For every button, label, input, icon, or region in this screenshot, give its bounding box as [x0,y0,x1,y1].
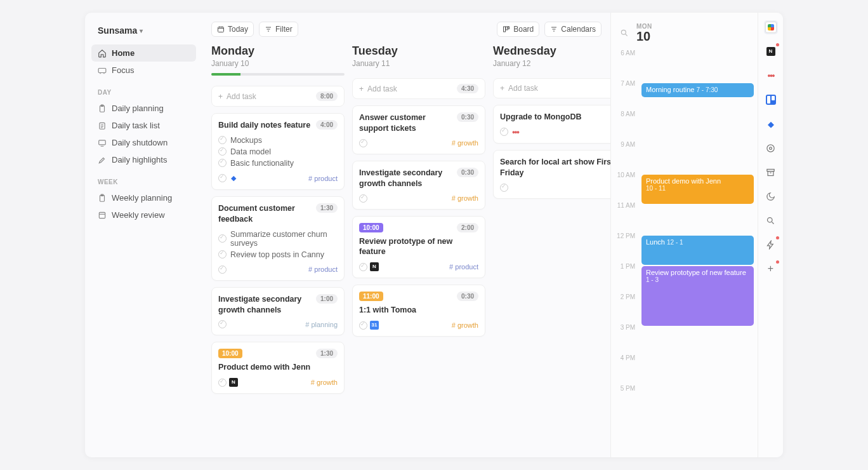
plus-rail-icon[interactable]: + [764,262,778,276]
integrations-rail: N●●●◆+ [758,13,783,457]
svg-rect-7 [99,212,105,218]
settings-rail-icon[interactable] [764,141,778,155]
channel-tag[interactable]: growth [452,139,478,147]
task-duration: 1:30 [316,203,338,213]
subtask[interactable]: Summarize customer churn surveys [218,229,338,249]
sidebar-section-title: DAY [91,79,196,100]
task-title: Product demo with Jenn [218,362,338,373]
sidebar-item[interactable]: Daily shutdown [91,134,196,151]
column-date: January 12 [493,59,610,68]
channel-tag[interactable]: product [308,175,338,182]
checkbox-icon[interactable] [218,234,227,243]
subtask[interactable]: Data model [218,146,338,158]
task-card[interactable]: 10:00 2:00 Review prototype of new featu… [352,216,485,279]
channel-tag[interactable]: planning [305,321,338,328]
calendar-event[interactable]: Product demo with Jenn10 - 11 [641,175,754,204]
notion-icon: N [370,262,379,271]
event-time: 7 - 7:30 [697,86,718,93]
home-icon [98,49,107,58]
task-card[interactable]: Investigate secondary growth channels 0:… [352,161,485,210]
today-button[interactable]: Today [211,22,254,37]
checkbox-icon[interactable] [218,159,227,167]
sidebar-item[interactable]: Weekly review [91,206,196,224]
channel-tag[interactable]: growth [452,321,478,329]
svg-rect-8 [218,27,224,32]
event-title: Product demo with Jenn [646,177,749,185]
notion-icon: N [229,378,238,387]
jira-rail-icon[interactable]: ◆ [764,117,778,131]
task-title: 1:1 with Tomoa [359,305,478,316]
calendar-event[interactable]: Morning routine 7 - 7:30 [641,83,754,97]
complete-checkbox-icon[interactable] [359,321,367,330]
checkbox-icon[interactable] [218,147,227,156]
notification-dot-icon [776,43,779,46]
complete-checkbox-icon[interactable] [218,379,227,387]
search-icon[interactable] [620,29,630,37]
checkbox-icon[interactable] [218,250,227,258]
asana-rail-icon[interactable]: ●●● [764,69,778,83]
calendar-event[interactable]: Review prototype of new feature1 - 3 [641,266,754,326]
complete-checkbox-icon[interactable] [218,174,227,182]
task-card[interactable]: Investigate secondary growth channels 1:… [211,287,345,336]
add-task-button[interactable]: + Add task 8:00 [211,86,345,107]
calendar-event[interactable]: Lunch 12 - 1 [641,236,754,265]
checkbox-icon[interactable] [218,136,227,144]
hour-label: 5 PM [611,385,640,392]
complete-checkbox-icon[interactable] [359,139,367,147]
column-total-duration: 4:30 [457,84,478,93]
sidebar-item[interactable]: Weekly planning [91,189,196,206]
workspace-switcher[interactable]: Sunsama ▾ [91,25,196,44]
task-card[interactable]: Search for local art show First Friday [493,150,610,199]
board-button[interactable]: Board [497,22,539,37]
subtask[interactable]: Review top posts in Canny [218,249,338,260]
nav-home[interactable]: Home [91,44,196,62]
subtask[interactable]: Basic functionality [218,158,338,169]
svg-point-14 [767,144,774,151]
channel-tag[interactable]: growth [311,379,338,386]
calendars-button[interactable]: Calendars [544,22,602,37]
complete-checkbox-icon[interactable] [500,184,508,192]
gcal-rail-icon[interactable] [764,20,778,34]
svg-point-12 [621,30,626,34]
task-card[interactable]: Answer customer support tickets 0:30 gro… [352,105,485,154]
plus-icon: + [500,84,504,93]
sidebar-item-label: Weekly review [112,210,165,220]
plus-icon: + [359,84,364,93]
complete-checkbox-icon[interactable] [359,263,367,271]
filter-button[interactable]: Filter [259,22,298,37]
calendar-timeline[interactable]: 6 AM7 AM8 AM9 AM10 AM11 AM12 PM1 PM2 PM3… [611,46,758,457]
add-task-button[interactable]: + Add task [493,78,610,98]
task-card[interactable]: Upgrade to MongoDB ●●● [493,105,610,144]
task-duration: 0:30 [457,112,478,122]
sidebar-item[interactable]: Daily planning [91,100,196,117]
sidebar-item[interactable]: Daily highlights [91,151,196,168]
calendar-panel: MON 10 6 AM7 AM8 AM9 AM10 AM11 AM12 PM1 … [610,13,758,457]
archive-rail-icon[interactable] [764,165,778,179]
task-card[interactable]: 10:00 1:30 Product demo with Jenn N grow… [211,342,345,394]
task-card[interactable]: 11:00 0:30 1:1 with Tomoa 31 growth [352,285,485,337]
day-column: Wednesday January 12 + Add task Upgrade … [493,42,610,448]
search-rail-icon[interactable] [764,213,778,227]
scheduled-time-badge: 11:00 [359,292,383,301]
add-task-button[interactable]: + Add task 4:30 [352,78,485,99]
notion-rail-icon[interactable]: N [764,44,778,58]
nav-focus[interactable]: Focus [91,62,196,79]
channel-tag[interactable]: product [449,263,478,271]
channel-tag[interactable]: growth [452,194,478,202]
complete-checkbox-icon[interactable] [218,320,227,328]
complete-checkbox-icon[interactable] [359,194,367,203]
task-card[interactable]: Build daily notes feature 4:00 Mockups D… [211,113,345,190]
column-title: Wednesday [493,44,610,58]
subtask-label: Mockups [230,136,262,145]
complete-checkbox-icon[interactable] [500,128,508,136]
subtask-label: Data model [230,147,271,156]
trello-rail-icon[interactable] [764,93,778,107]
task-card[interactable]: Document customer feedback 1:30 Summariz… [211,196,345,281]
channel-tag[interactable]: product [308,265,338,273]
moon-rail-icon[interactable] [764,189,778,203]
subtask[interactable]: Mockups [218,135,338,146]
hour-label: 2 PM [611,293,640,300]
lightning-rail-icon[interactable] [764,238,778,252]
complete-checkbox-icon[interactable] [218,265,227,274]
sidebar-item[interactable]: Daily task list [91,117,196,134]
